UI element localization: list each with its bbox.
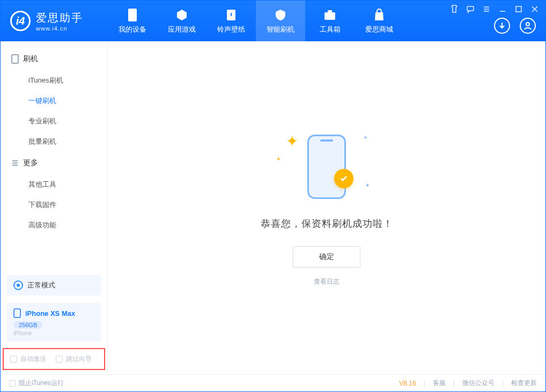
download-icon[interactable]	[494, 18, 510, 34]
music-icon	[224, 8, 239, 23]
checkbox-skip-guide[interactable]: 跳过向导	[56, 354, 92, 364]
sidebar-item-label: 一键刷机	[28, 97, 56, 105]
success-illustration: ✦ ✦ ✦ ✦	[289, 129, 364, 204]
device-type: iPhone	[13, 330, 94, 336]
shield-icon	[273, 8, 288, 23]
device-name: iPhone XS Max	[25, 309, 75, 317]
nav-label: 我的设备	[119, 25, 146, 34]
sparkle-icon: ✦	[365, 182, 370, 188]
device-icon	[13, 308, 21, 318]
app-window: i4 爱思助手 www.i4.cn 我的设备 应用游戏 铃声壁纸 智能刷机	[0, 0, 546, 392]
nav-store[interactable]: 爱思商城	[355, 1, 404, 41]
maximize-icon[interactable]	[513, 4, 524, 14]
version-label: V8.16	[399, 380, 416, 387]
checkbox-label: 跳过向导	[66, 354, 92, 364]
support-link[interactable]: 客服	[433, 379, 446, 388]
sidebar-group-more: 更多	[1, 152, 107, 174]
toolbox-icon	[322, 8, 337, 23]
checkbox-icon	[56, 356, 63, 363]
checkbox-icon	[9, 380, 16, 387]
tshirt-icon[interactable]	[449, 4, 460, 14]
checkbox-label: 阻止iTunes运行	[19, 379, 64, 388]
sidebar-group-flash: 刷机	[1, 48, 107, 70]
sparkle-icon: ✦	[276, 156, 281, 162]
check-update-link[interactable]: 检查更新	[511, 379, 537, 388]
nav-label: 铃声壁纸	[217, 25, 245, 34]
nav-ringtones[interactable]: 铃声壁纸	[206, 1, 256, 41]
sidebar-item-label: 其他工具	[28, 180, 56, 188]
titlebar-right-icons	[494, 18, 536, 34]
svg-rect-4	[467, 6, 474, 11]
phone-icon	[307, 135, 346, 199]
sidebar-item-advanced[interactable]: 高级功能	[1, 215, 107, 235]
nav-apps[interactable]: 应用游戏	[157, 1, 206, 41]
sidebar-item-label: iTunes刷机	[28, 76, 63, 84]
check-badge-icon	[334, 169, 353, 188]
top-nav: 我的设备 应用游戏 铃声壁纸 智能刷机 工具箱 爱思商城	[108, 1, 404, 41]
sidebar-group-label: 刷机	[23, 54, 38, 64]
mode-icon	[13, 280, 23, 290]
logo-icon: i4	[10, 11, 31, 31]
titlebar: i4 爱思助手 www.i4.cn 我的设备 应用游戏 铃声壁纸 智能刷机	[1, 1, 545, 41]
mode-box[interactable]: 正常模式	[7, 275, 101, 295]
app-subtitle: www.i4.cn	[36, 25, 83, 32]
nav-label: 应用游戏	[168, 25, 196, 34]
svg-rect-2	[324, 12, 335, 20]
checkbox-block-itunes[interactable]: 阻止iTunes运行	[9, 379, 64, 388]
window-controls	[449, 4, 540, 14]
checkbox-auto-activate[interactable]: 自动激活	[10, 354, 46, 364]
checkbox-label: 自动激活	[20, 354, 46, 364]
svg-rect-3	[328, 10, 332, 12]
sidebar-group-label: 更多	[23, 158, 38, 168]
body: 刷机 iTunes刷机 一键刷机 专业刷机 批量刷机 更多 其他工具 下载固件 …	[1, 41, 545, 374]
sidebar-item-pro-flash[interactable]: 专业刷机	[1, 111, 107, 131]
checkbox-icon	[10, 356, 17, 363]
sidebar-item-itunes-flash[interactable]: iTunes刷机	[1, 70, 107, 91]
sidebar-list: 刷机 iTunes刷机 一键刷机 专业刷机 批量刷机 更多 其他工具 下载固件 …	[1, 41, 107, 275]
svg-rect-8	[14, 309, 20, 317]
feedback-icon[interactable]	[465, 4, 476, 14]
main-content: ✦ ✦ ✦ ✦ 恭喜您，保资料刷机成功啦！ 确定 查看日志	[108, 41, 545, 374]
svg-rect-7	[12, 55, 18, 63]
minimize-icon[interactable]	[497, 4, 508, 14]
device-box[interactable]: iPhone XS Max 256GB iPhone	[7, 303, 101, 342]
device-icon	[11, 54, 19, 64]
logo: i4 爱思助手 www.i4.cn	[1, 11, 108, 32]
svg-rect-0	[128, 9, 137, 21]
sidebar-item-batch-flash[interactable]: 批量刷机	[1, 131, 107, 152]
device-storage-badge: 256GB	[13, 321, 42, 329]
checks-row: 自动激活 跳过向导	[3, 348, 105, 370]
svg-rect-5	[516, 6, 521, 12]
nav-label: 智能刷机	[267, 25, 294, 34]
success-text: 恭喜您，保资料刷机成功啦！	[261, 217, 393, 230]
nav-label: 爱思商城	[365, 25, 393, 34]
sidebar-item-label: 高级功能	[28, 221, 56, 229]
cube-icon	[174, 8, 189, 23]
sidebar-item-label: 下载固件	[28, 201, 56, 209]
sidebar: 刷机 iTunes刷机 一键刷机 专业刷机 批量刷机 更多 其他工具 下载固件 …	[1, 41, 108, 374]
sparkle-icon: ✦	[286, 132, 298, 150]
nav-label: 工具箱	[320, 25, 341, 34]
menu-icon[interactable]	[481, 4, 492, 14]
sidebar-item-label: 批量刷机	[28, 137, 56, 145]
sidebar-item-other-tools[interactable]: 其他工具	[1, 174, 107, 195]
sidebar-item-download-firmware[interactable]: 下载固件	[1, 195, 107, 215]
close-icon[interactable]	[529, 4, 540, 14]
bag-icon	[372, 8, 387, 23]
mode-label: 正常模式	[27, 280, 55, 290]
nav-toolbox[interactable]: 工具箱	[305, 1, 355, 41]
phone-icon	[125, 8, 140, 23]
sidebar-item-onekey-flash[interactable]: 一键刷机	[1, 91, 107, 111]
ok-button[interactable]: 确定	[293, 246, 360, 268]
sidebar-item-label: 专业刷机	[28, 117, 56, 125]
nav-flash[interactable]: 智能刷机	[256, 1, 305, 41]
wechat-link[interactable]: 微信公众号	[462, 379, 495, 388]
statusbar: 阻止iTunes运行 V8.16 | 客服 | 微信公众号 | 检查更新	[1, 374, 545, 391]
view-log-link[interactable]: 查看日志	[314, 277, 340, 286]
sparkle-icon: ✦	[363, 135, 367, 140]
svg-point-6	[526, 23, 529, 26]
user-icon[interactable]	[520, 18, 536, 34]
nav-my-device[interactable]: 我的设备	[108, 1, 157, 41]
list-icon	[11, 159, 19, 167]
app-title: 爱思助手	[36, 11, 83, 25]
